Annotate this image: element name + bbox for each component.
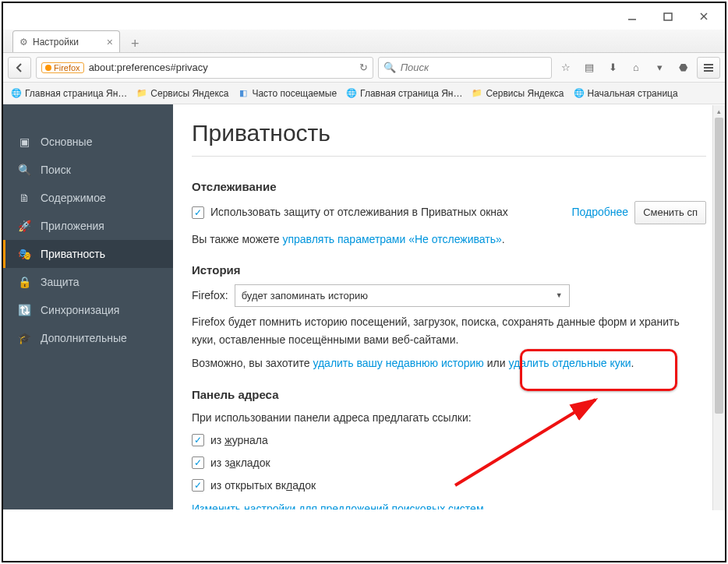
shield-icon[interactable]: ⬣	[673, 62, 692, 73]
sidebar-item-security[interactable]: 🔒Защита	[3, 268, 173, 296]
settings-content-panel: Приватность Отслеживание ✓ Использовать …	[173, 104, 725, 509]
suggest-history-label: из журнала	[210, 432, 268, 449]
search-input[interactable]	[401, 62, 546, 73]
back-button[interactable]	[8, 57, 31, 79]
suggest-bookmarks-checkbox[interactable]: ✓	[192, 456, 204, 469]
tracking-change-button[interactable]: Сменить сп	[634, 201, 706, 224]
mask-icon: 🎭	[17, 248, 31, 260]
chevron-down-icon: ▼	[556, 291, 563, 301]
svg-rect-1	[664, 13, 672, 20]
folder-icon: 📁	[472, 88, 482, 99]
sidebar-item-content[interactable]: 🗎Содержимое	[3, 184, 173, 212]
vertical-scrollbar[interactable]: ▴	[712, 105, 725, 510]
tab-bar: ⚙ Настройки × +	[3, 30, 725, 53]
sidebar-item-applications[interactable]: 🚀Приложения	[3, 212, 173, 240]
search-engine-settings-link[interactable]: Изменить настройки для предложений поиск…	[192, 502, 495, 509]
downloads-icon[interactable]: ⬇	[603, 62, 622, 73]
suggest-opentabs-label: из открытых вкладок	[210, 478, 316, 494]
firefox-label: Firefox:	[192, 287, 228, 304]
window-minimize-button[interactable]	[614, 5, 650, 28]
locationbar-intro: При использовании панели адреса предлага…	[192, 409, 706, 426]
page-icon: ◧	[238, 88, 249, 99]
bookmark-item[interactable]: 📁Сервисы Яндекса	[468, 86, 567, 100]
window-titlebar	[3, 3, 725, 30]
sidebar-item-search[interactable]: 🔍Поиск	[3, 156, 173, 184]
globe-icon: 🌐	[574, 88, 585, 99]
sidebar-item-advanced[interactable]: 🎓Дополнительные	[3, 324, 173, 352]
tracking-protection-checkbox[interactable]: ✓	[192, 206, 204, 219]
window-close-button[interactable]	[686, 5, 722, 28]
clear-recent-history-link[interactable]: удалить вашу недавнюю историю	[313, 357, 483, 369]
suggest-bookmarks-label: из закладок	[210, 455, 270, 471]
suggest-history-checkbox[interactable]: ✓	[192, 434, 204, 446]
rocket-icon: 🚀	[17, 220, 31, 232]
bookmark-star-icon[interactable]: ☆	[557, 62, 575, 73]
bookmarks-list-icon[interactable]: ▤	[580, 62, 599, 73]
identity-badge[interactable]: Firefox	[41, 62, 84, 73]
tab-close-button[interactable]: ×	[107, 36, 113, 48]
bookmark-item[interactable]: 🌐Главная страница Ян…	[343, 86, 465, 100]
scroll-up-button[interactable]: ▴	[713, 105, 725, 118]
firefox-icon	[45, 65, 51, 71]
reload-button[interactable]: ↻	[359, 62, 368, 73]
menu-button[interactable]	[697, 57, 720, 79]
url-input[interactable]	[89, 62, 355, 73]
bookmark-item[interactable]: ◧Часто посещаемые	[235, 86, 340, 100]
suggest-opentabs-checkbox[interactable]: ✓	[192, 479, 204, 492]
search-bar[interactable]: 🔍	[378, 57, 552, 79]
sidebar-item-general[interactable]: ▣Основные	[3, 128, 173, 156]
sidebar-item-privacy[interactable]: 🎭Приватность	[3, 240, 173, 268]
manage-dnt-link[interactable]: управлять параметрами «Не отслеживать»	[282, 233, 501, 245]
globe-icon: 🌐	[346, 88, 357, 99]
gear-icon: ⚙	[19, 37, 28, 48]
tracking-learn-more-link[interactable]: Подробнее	[572, 204, 629, 220]
globe-icon: 🌐	[11, 88, 22, 99]
sidebar-item-sync[interactable]: 🔃Синхронизация	[3, 296, 173, 324]
search-icon: 🔍	[383, 62, 396, 73]
hat-icon: 🎓	[17, 332, 31, 344]
new-tab-button[interactable]: +	[126, 36, 144, 52]
lock-icon: 🔒	[17, 276, 31, 288]
history-description: Firefox будет помнить историю посещений,…	[192, 313, 706, 348]
url-bar[interactable]: Firefox ↻	[36, 57, 373, 79]
tab-label: Настройки	[33, 37, 79, 48]
pocket-icon[interactable]: ▾	[650, 62, 669, 73]
locationbar-heading: Панель адреса	[192, 388, 706, 401]
panel-icon: ▣	[17, 136, 31, 148]
bookmark-item[interactable]: 📁Сервисы Яндекса	[133, 86, 231, 100]
document-icon: 🗎	[17, 192, 31, 204]
bookmark-item[interactable]: 🌐Главная страница Ян…	[8, 86, 130, 100]
bookmark-item[interactable]: 🌐Начальная страница	[571, 86, 681, 100]
remove-individual-cookies-link[interactable]: удалить отдельные куки	[508, 357, 631, 369]
scroll-thumb[interactable]	[715, 118, 723, 414]
tracking-heading: Отслеживание	[192, 180, 706, 193]
tab-settings[interactable]: ⚙ Настройки ×	[12, 30, 120, 52]
page-title: Приватность	[192, 120, 706, 157]
bookmarks-toolbar: 🌐Главная страница Ян… 📁Сервисы Яндекса ◧…	[3, 83, 725, 104]
history-heading: История	[192, 263, 706, 277]
navigation-toolbar: Firefox ↻ 🔍 ☆ ▤ ⬇ ⌂ ▾ ⬣	[3, 53, 725, 83]
tracking-protection-label: Использовать защиту от отслеживания в Пр…	[210, 204, 508, 220]
home-icon[interactable]: ⌂	[627, 62, 645, 73]
folder-icon: 📁	[136, 88, 147, 99]
history-mode-select[interactable]: будет запоминать историю ▼	[235, 284, 570, 308]
window-maximize-button[interactable]	[650, 5, 686, 28]
search-icon: 🔍	[17, 164, 31, 176]
settings-sidebar: ▣Основные 🔍Поиск 🗎Содержимое 🚀Приложения…	[3, 104, 173, 509]
sync-icon: 🔃	[17, 304, 31, 316]
